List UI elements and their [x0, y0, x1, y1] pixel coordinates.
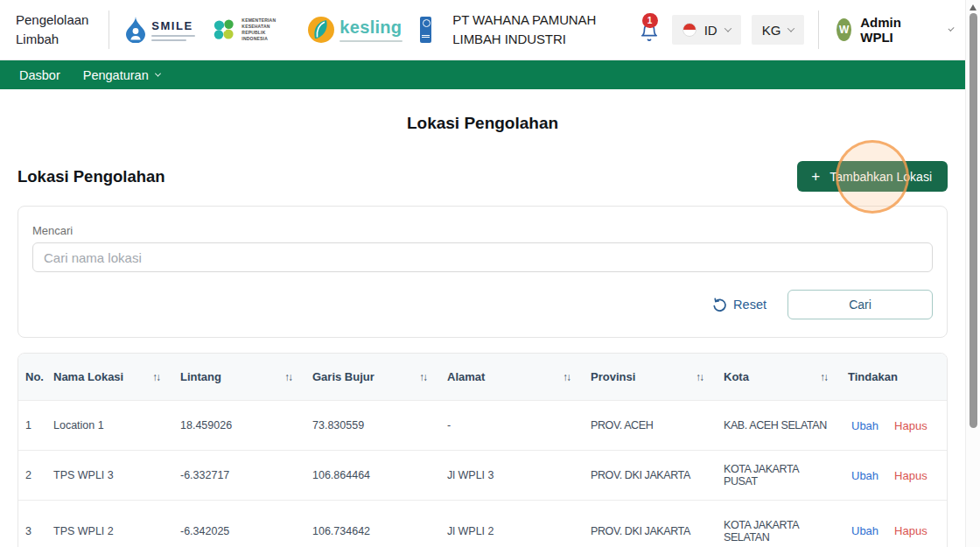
cell-no: 1 [25, 419, 53, 431]
delete-link[interactable]: Hapus [894, 524, 928, 537]
cell-nama-lokasi: Location 1 [53, 419, 180, 431]
notifications-button[interactable]: 1 [637, 17, 662, 43]
refresh-icon [712, 298, 727, 312]
partner-logos: SMILE KEMENTERIAN KESEHATAN REPUBLIK IND… [125, 17, 431, 43]
locations-table: No. Nama Lokasi ↑↓ Lintang ↑↓ Garis Buju… [18, 353, 948, 547]
delete-link[interactable]: Hapus [894, 419, 928, 432]
avatar: W [836, 18, 851, 41]
indonesia-flag-icon [682, 23, 696, 37]
col-provinsi[interactable]: Provinsi ↑↓ [591, 370, 724, 383]
plus-icon: + [811, 169, 820, 184]
nav-item-pengaturan[interactable]: Pengaturan [83, 68, 160, 82]
table-row: 1 Location 1 18.459026 73.830559 - PROV.… [18, 400, 947, 450]
cell-lintang: -6.332717 [180, 469, 312, 481]
cell-kota: KOTA JAKARTA SELATAN [724, 519, 848, 543]
app-title: Pengelolaan Limbah [16, 11, 93, 49]
cell-no: 3 [25, 525, 53, 537]
sort-icon[interactable]: ↑↓ [419, 371, 428, 383]
main-navbar: Dasbor Pengaturan [0, 60, 965, 89]
delete-link[interactable]: Hapus [894, 469, 928, 482]
kemenkes-clover-icon [213, 18, 236, 42]
vertical-scrollbar[interactable] [965, 0, 980, 547]
kesling-leaf-icon [308, 17, 334, 43]
header-divider [108, 11, 109, 49]
language-select[interactable]: ID [672, 15, 741, 45]
reset-button[interactable]: Reset [712, 298, 766, 312]
header-right-controls: 1 ID KG W Admin WPLI [637, 11, 953, 49]
user-name: Admin WPLI [860, 15, 910, 45]
undp-logo [420, 17, 431, 43]
kesling-tagline [340, 40, 402, 42]
smile-drop-icon [125, 17, 146, 43]
search-input[interactable] [32, 242, 933, 272]
language-code: ID [704, 23, 718, 38]
cell-tindakan: Ubah Hapus [848, 524, 947, 537]
smile-tagline-2 [151, 39, 186, 41]
notification-badge: 1 [642, 13, 658, 28]
cell-garis-bujur: 106.734642 [312, 525, 447, 537]
cell-garis-bujur: 73.830559 [312, 419, 447, 431]
sort-icon[interactable]: ↑↓ [820, 371, 829, 383]
cell-provinsi: PROV. DKI JAKARTA [591, 525, 724, 537]
cell-nama-lokasi: TPS WPLI 3 [53, 469, 180, 481]
scrollbar-thumb[interactable] [970, 13, 977, 428]
chevron-down-icon [155, 71, 161, 77]
sort-icon[interactable]: ↑↓ [152, 371, 161, 383]
cell-garis-bujur: 106.864464 [312, 469, 447, 481]
col-lintang[interactable]: Lintang ↑↓ [180, 370, 312, 383]
col-garis-bujur[interactable]: Garis Bujur ↑↓ [312, 370, 447, 383]
unit-code: KG [762, 23, 781, 38]
nav-item-dasbor[interactable]: Dasbor [19, 68, 60, 82]
search-actions: Reset Cari [32, 290, 933, 319]
cell-kota: KAB. ACEH SELATAN [724, 419, 848, 431]
kesling-wordmark: kesling [340, 18, 402, 38]
edit-link[interactable]: Ubah [851, 524, 878, 537]
company-name: PT WAHANA PAMUNAH LIMBAH INDUSTRI [452, 11, 636, 50]
app-page: Pengelolaan Limbah SMILE [0, 0, 965, 547]
edit-link[interactable]: Ubah [851, 419, 878, 432]
cell-tindakan: Ubah Hapus [848, 419, 947, 432]
table-row: 3 TPS WPLI 2 -6.342025 106.734642 Jl WPL… [18, 500, 947, 547]
kesling-logo: kesling [308, 17, 402, 43]
user-menu[interactable]: W Admin WPLI [836, 15, 910, 45]
cell-lintang: 18.459026 [180, 419, 312, 431]
cell-alamat: Jl WPLI 3 [447, 469, 591, 481]
col-kota[interactable]: Kota ↑↓ [724, 370, 848, 383]
sort-icon[interactable]: ↑↓ [284, 371, 293, 383]
smile-logo: SMILE [125, 17, 195, 43]
add-location-button[interactable]: + Tambahkan Lokasi [797, 161, 948, 192]
table-header-row: No. Nama Lokasi ↑↓ Lintang ↑↓ Garis Buju… [18, 354, 947, 400]
section-title: Lokasi Pengolahan [18, 167, 165, 186]
cell-nama-lokasi: TPS WPLI 2 [53, 525, 180, 537]
chevron-down-icon [724, 25, 731, 32]
search-label: Mencari [32, 224, 933, 237]
edit-link[interactable]: Ubah [851, 469, 878, 482]
cell-no: 2 [25, 469, 53, 481]
cell-tindakan: Ubah Hapus [848, 469, 947, 482]
search-panel: Mencari Reset Cari [18, 206, 948, 338]
header-divider-2 [818, 11, 819, 49]
cell-lintang: -6.342025 [180, 525, 312, 537]
smile-tagline [151, 35, 195, 37]
cell-alamat: Jl WPLI 2 [447, 525, 591, 537]
top-header: Pengelolaan Limbah SMILE [0, 0, 965, 60]
sort-icon[interactable]: ↑↓ [563, 371, 571, 383]
sort-icon[interactable]: ↑↓ [696, 371, 704, 383]
unit-select[interactable]: KG [752, 15, 805, 45]
col-tindakan: Tindakan [848, 370, 947, 383]
user-menu-chevron-icon[interactable] [948, 25, 954, 32]
section-header-row: Lokasi Pengolahan + Tambahkan Lokasi [18, 161, 948, 192]
cell-alamat: - [447, 419, 591, 431]
table-row: 2 TPS WPLI 3 -6.332717 106.864464 Jl WPL… [18, 450, 947, 500]
kemenkes-wordmark: KEMENTERIAN KESEHATAN REPUBLIK INDONESIA [242, 18, 290, 43]
cell-provinsi: PROV. ACEH [591, 419, 724, 431]
search-submit-button[interactable]: Cari [788, 290, 933, 319]
cell-provinsi: PROV. DKI JAKARTA [591, 469, 724, 481]
col-nama-lokasi[interactable]: Nama Lokasi ↑↓ [53, 370, 180, 383]
page-title: Lokasi Pengolahan [0, 114, 965, 133]
col-no: No. [25, 370, 53, 383]
scroll-up-arrow-icon[interactable] [970, 4, 976, 11]
cell-kota: KOTA JAKARTA PUSAT [724, 463, 848, 487]
chevron-down-icon [788, 25, 794, 32]
col-alamat[interactable]: Alamat ↑↓ [447, 370, 591, 383]
